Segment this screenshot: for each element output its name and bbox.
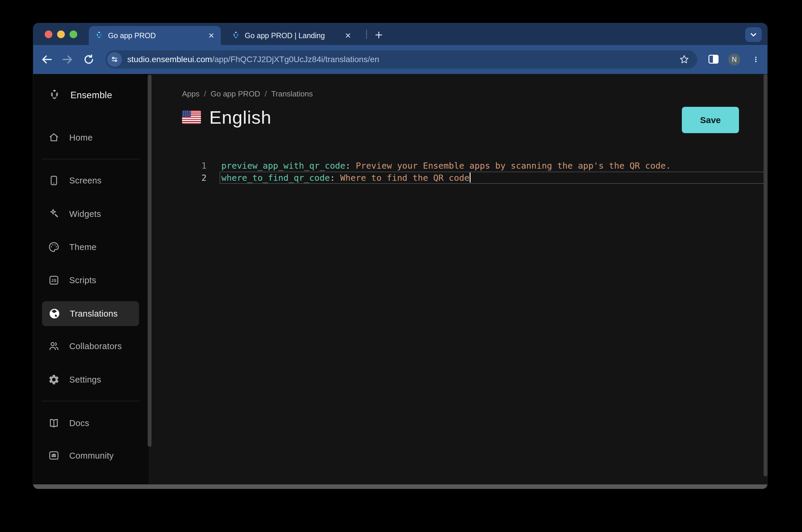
macos-zoom-button[interactable] [70, 31, 77, 38]
yaml-value: Where to find the QR code [335, 173, 470, 183]
yaml-key: preview_app_with_qr_code [221, 161, 345, 171]
breadcrumb-go-app-prod[interactable]: Go app PROD [211, 89, 261, 98]
yaml-value: Preview your Ensemble apps by scanning t… [351, 161, 671, 171]
sidebar-item-collaborators[interactable]: Collaborators [33, 336, 149, 357]
browser-toolbar: studio.ensembleui.com/app/FhQC7J2DjXTg0U… [33, 45, 767, 74]
ensemble-favicon-icon [231, 31, 240, 40]
browser-menu-icon[interactable] [752, 53, 759, 66]
community-discord-icon [48, 450, 60, 461]
url-path: /app/FhQC7J2DjXTg0UcJz84i/translations/e… [212, 55, 379, 64]
sidebar-item-widgets[interactable]: Widgets [33, 203, 149, 225]
code-text: preview_app_with_qr_code: Preview your E… [221, 160, 671, 172]
sidebar-item-docs[interactable]: Docs [33, 413, 149, 434]
macos-minimize-button[interactable] [57, 31, 65, 38]
main-scrollbar[interactable] [764, 74, 767, 476]
us-flag-icon [182, 110, 201, 124]
sidebar-item-label: Home [69, 133, 93, 142]
url-domain: studio.ensembleui.com [127, 55, 212, 64]
save-button[interactable]: Save [682, 107, 739, 133]
svg-text:JS: JS [51, 278, 57, 283]
sidebar-item-label: Widgets [69, 209, 101, 219]
side-panel-icon[interactable] [708, 55, 719, 63]
sidebar-item-label: Translations [70, 309, 118, 319]
page-title: English [209, 107, 271, 128]
sidebar-item-label: Theme [69, 242, 96, 252]
code-text: where_to_find_qr_code: Where to find the… [221, 172, 471, 184]
tab-title: Go app PROD | Landing [245, 31, 344, 40]
sidebar-item-theme[interactable]: Theme [33, 236, 149, 258]
tab-search-chevron-button[interactable] [745, 27, 762, 42]
line-number: 1 [184, 160, 207, 172]
tab-strip: Go app PROD Go app PROD | Landing [33, 23, 767, 45]
tab-close-icon[interactable] [344, 32, 351, 39]
breadcrumb: Apps / Go app PROD / Translations [182, 89, 313, 98]
tab-title: Go app PROD [108, 31, 208, 40]
sidebar-item-scripts[interactable]: JS Scripts [33, 269, 149, 291]
main-panel: Apps / Go app PROD / Translations Englis… [149, 74, 767, 484]
breadcrumb-apps[interactable]: Apps [182, 89, 199, 98]
sidebar-item-home[interactable]: Home [33, 127, 149, 148]
sidebar-divider [42, 159, 140, 159]
breadcrumb-translations[interactable]: Translations [271, 89, 313, 98]
breadcrumb-separator: / [265, 89, 267, 98]
settings-gear-icon [48, 374, 60, 385]
brand-row[interactable]: Ensemble [33, 84, 149, 106]
brand-label: Ensemble [71, 90, 112, 101]
sidebar-item-label: Screens [69, 176, 101, 186]
translations-icon [49, 308, 60, 320]
sidebar-item-label: Collaborators [69, 341, 122, 351]
sidebar: Ensemble Home Screens Widgets [33, 74, 149, 484]
site-settings-icon[interactable] [107, 52, 122, 67]
yaml-key: where_to_find_qr_code [221, 173, 330, 183]
editor-line[interactable]: 1 preview_app_with_qr_code: Preview your… [149, 160, 767, 172]
sidebar-item-community[interactable]: Community [33, 445, 149, 466]
widgets-icon [48, 208, 60, 220]
language-header: English [182, 103, 271, 131]
screens-icon [48, 175, 60, 186]
docs-book-icon [48, 417, 60, 429]
sidebar-item-translations[interactable]: Translations [42, 301, 139, 326]
ensemble-logo-icon [48, 89, 61, 102]
breadcrumb-separator: / [204, 89, 206, 98]
theme-icon [48, 241, 60, 253]
profile-avatar[interactable]: N [728, 54, 740, 65]
tab-separator [366, 30, 367, 39]
ensemble-favicon-icon [95, 31, 103, 40]
scripts-icon: JS [48, 274, 60, 286]
new-tab-button[interactable] [372, 28, 385, 41]
sidebar-divider [42, 401, 140, 401]
bookmark-star-icon[interactable] [679, 54, 690, 65]
sidebar-item-label: Scripts [69, 276, 96, 285]
translations-editor[interactable]: 1 preview_app_with_qr_code: Preview your… [149, 158, 767, 484]
collaborators-icon [48, 340, 60, 352]
url-text: studio.ensembleui.com/app/FhQC7J2DjXTg0U… [127, 50, 379, 69]
reload-button[interactable] [83, 54, 95, 65]
editor-line[interactable]: 2 where_to_find_qr_code: Where to find t… [149, 172, 767, 184]
tab-go-app-prod[interactable]: Go app PROD [89, 26, 221, 45]
sidebar-item-screens[interactable]: Screens [33, 170, 149, 191]
browser-window: Go app PROD Go app PROD | Landing [33, 23, 767, 489]
back-button[interactable] [41, 54, 53, 65]
text-cursor [470, 172, 471, 183]
sidebar-item-label: Docs [69, 418, 89, 428]
sidebar-item-settings[interactable]: Settings [33, 369, 149, 390]
page-content: Ensemble Home Screens Widgets [33, 74, 767, 484]
home-icon [48, 132, 60, 144]
tab-close-icon[interactable] [208, 32, 215, 39]
sidebar-item-label: Community [69, 451, 114, 461]
window-bottom-edge [33, 484, 767, 489]
macos-close-button[interactable] [45, 31, 52, 38]
tab-go-app-prod-landing[interactable]: Go app PROD | Landing [226, 26, 358, 45]
address-bar[interactable]: studio.ensembleui.com/app/FhQC7J2DjXTg0U… [106, 50, 697, 69]
forward-button[interactable] [61, 54, 73, 65]
line-number: 2 [184, 172, 207, 184]
sidebar-item-label: Settings [69, 375, 101, 385]
